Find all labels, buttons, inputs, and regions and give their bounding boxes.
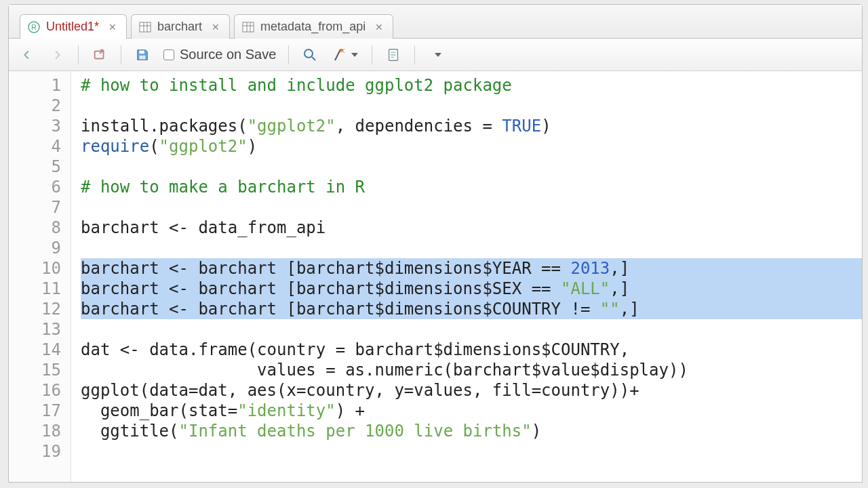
forward-button[interactable] [44,43,70,66]
line-number: 1 [9,75,61,96]
code-line[interactable]: require("ggplot2") [81,136,862,157]
line-number: 13 [9,319,61,340]
close-icon[interactable]: ✕ [107,22,118,33]
line-number: 2 [9,96,61,116]
code-line[interactable]: install.packages("ggplot2", dependencies… [81,116,862,136]
close-icon[interactable]: ✕ [210,22,221,33]
tab-untitled1-[interactable]: RUntitled1*✕ [20,14,127,39]
find-replace-button[interactable] [297,43,323,66]
checkbox-icon [163,49,174,60]
svg-rect-11 [139,50,144,54]
code-line[interactable]: geom_bar(stat="identity") + [81,401,862,421]
tab-barchart[interactable]: barchart✕ [131,14,230,39]
separator [121,45,121,64]
save-button[interactable] [130,43,155,66]
chevron-down-icon [435,53,441,57]
code-line[interactable]: barchart <- barchart [barchart$dimension… [81,279,862,299]
code-line[interactable]: dat <- data.frame(country = barchart$dim… [81,340,862,360]
line-number: 15 [9,360,61,380]
r-script-icon: R [27,20,41,34]
line-number: 10 [9,258,61,279]
code-tools-menu[interactable] [327,43,363,66]
code-line[interactable] [81,238,862,258]
svg-point-13 [304,49,313,58]
tab-label: Untitled1* [46,20,99,34]
tab-label: metadata_from_api [260,20,366,34]
separator [414,45,415,64]
show-in-new-window-button[interactable] [87,43,113,66]
line-number-gutter: 12345678910111213141516171819 [9,71,71,482]
code-line[interactable] [81,197,862,218]
code-line[interactable]: # how to install and include ggplot2 pac… [81,75,862,96]
line-number: 4 [9,136,61,157]
code-line[interactable]: values = as.numeric(barchart$value$displ… [81,360,862,380]
svg-rect-6 [243,22,254,32]
line-number: 12 [9,299,61,319]
back-button[interactable] [14,43,40,66]
line-number: 3 [9,116,61,136]
chevron-down-icon [351,53,358,57]
line-number: 11 [9,279,61,299]
tab-label: barchart [157,20,202,34]
code-line[interactable] [81,319,862,340]
code-area[interactable]: # how to install and include ggplot2 pac… [71,71,862,482]
svg-rect-2 [140,22,151,32]
code-line[interactable]: barchart <- data_from_api [81,218,862,238]
source-on-save-toggle[interactable]: Source on Save [159,47,280,62]
svg-rect-10 [95,51,104,58]
code-line[interactable]: ggplot(data=dat, aes(x=country, y=values… [81,380,862,401]
line-number: 18 [9,421,61,441]
line-number: 19 [9,441,61,462]
code-editor[interactable]: 12345678910111213141516171819 # how to i… [9,71,862,482]
svg-text:R: R [31,23,37,31]
separator [78,45,79,64]
code-line[interactable]: # how to make a barchart in R [81,177,862,197]
line-number: 9 [9,238,61,258]
source-on-save-label: Source on Save [180,47,276,62]
compile-report-button[interactable] [380,43,406,66]
editor-toolbar: Source on Save [9,39,862,71]
line-number: 8 [9,218,61,238]
code-line[interactable] [81,96,862,116]
line-number: 6 [9,177,61,197]
run-menu[interactable] [423,43,450,66]
svg-rect-12 [139,55,145,59]
tab-metadata-from-api[interactable]: metadata_from_api✕ [234,14,393,39]
data-frame-icon [241,20,255,34]
code-line[interactable] [81,157,862,177]
tab-strip: RUntitled1*✕barchart✕metadata_from_api✕ [9,5,862,39]
line-number: 17 [9,401,61,421]
separator [288,45,289,64]
separator [372,45,372,64]
editor-pane: RUntitled1*✕barchart✕metadata_from_api✕ … [8,4,863,483]
line-number: 7 [9,197,61,218]
code-line[interactable]: ggtitle("Infant deaths per 1000 live bir… [81,421,862,441]
code-line[interactable]: barchart <- barchart [barchart$dimension… [81,258,862,279]
line-number: 5 [9,157,61,177]
close-icon[interactable]: ✕ [374,22,384,33]
code-line[interactable] [81,441,862,462]
line-number: 14 [9,340,61,360]
code-line[interactable]: barchart <- barchart [barchart$dimension… [81,299,862,319]
line-number: 16 [9,380,61,401]
data-frame-icon [138,20,152,34]
